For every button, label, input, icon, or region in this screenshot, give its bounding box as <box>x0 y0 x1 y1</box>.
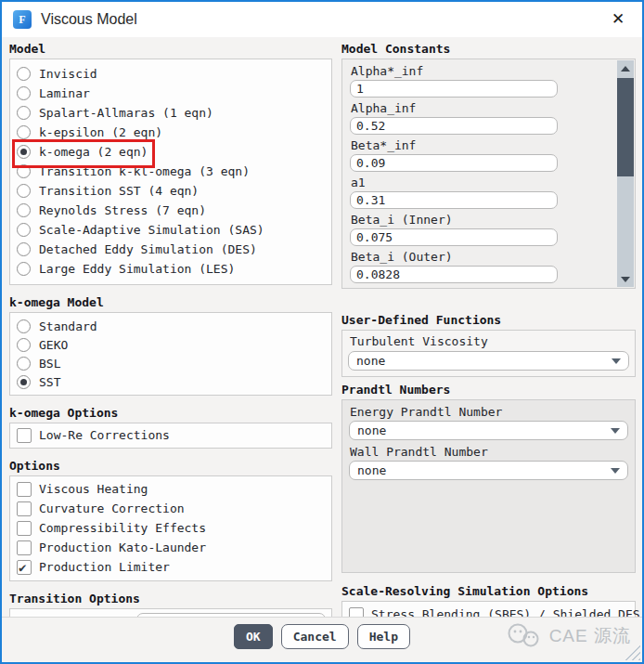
checkbox-icon <box>17 428 32 443</box>
scrollbar[interactable] <box>617 60 634 287</box>
chevron-down-icon <box>611 428 620 434</box>
help-button[interactable]: Help <box>357 624 410 649</box>
model-radio-option[interactable]: Transition SST (4 eqn) <box>10 181 331 201</box>
scrollbar-up-icon[interactable] <box>617 60 634 76</box>
checkbox-option[interactable]: Viscous Heating <box>10 479 331 499</box>
radio-label: Scale-Adaptive Simulation (SAS) <box>39 223 264 237</box>
checkbox-icon <box>349 607 364 618</box>
constant-input[interactable] <box>350 266 558 283</box>
checkbox-option[interactable]: Production Limiter <box>10 557 331 577</box>
prandtl-field: Energy Prandtl Number none <box>349 405 628 440</box>
ok-button[interactable]: OK <box>234 624 273 649</box>
radio-label: k-omega (2 eqn) <box>39 145 148 159</box>
constant-input[interactable] <box>350 154 558 172</box>
radio-icon <box>17 164 31 178</box>
transition-options-group: Transition Model none <box>9 608 332 617</box>
model-radio-option[interactable]: Spalart-Allmaras (1 eqn) <box>10 103 331 123</box>
left-column: Model Inviscid Laminar Spalar <box>9 39 332 617</box>
model-constants-panel: Alpha*_inf Alpha_inf Beta*_inf <box>341 59 636 289</box>
watermark-text: CAE 源流 <box>549 624 631 648</box>
options-group: Viscous Heating Curvature Correction Com… <box>9 475 332 581</box>
checkbox-icon <box>17 540 32 555</box>
radio-label: Spalart-Allmaras (1 eqn) <box>39 106 213 120</box>
constant-field: a1 <box>350 176 627 209</box>
transition-options-section-header: Transition Options <box>9 592 332 605</box>
radio-label: Inviscid <box>39 67 97 81</box>
udf-section-header: User-Defined Functions <box>341 313 636 327</box>
srs-panel: Stress Blending (SBES) / Shielded DES <box>341 601 636 617</box>
chevron-down-icon <box>612 358 621 364</box>
checkbox-option[interactable]: Curvature Correction <box>10 499 331 518</box>
constant-field: Alpha*_inf <box>350 64 627 98</box>
radio-label: Reynolds Stress (7 eqn) <box>39 203 206 217</box>
radio-icon <box>17 375 31 389</box>
radio-icon <box>17 357 31 371</box>
constant-label: Beta*_inf <box>351 138 627 152</box>
komega-radio-option[interactable]: Standard <box>10 317 331 335</box>
model-radio-option[interactable]: Laminar <box>10 84 331 103</box>
right-column: Model Constants Alpha*_inf Alpha_inf <box>341 39 636 617</box>
checkbox-icon <box>17 560 32 575</box>
radio-label: GEKO <box>39 338 68 352</box>
checkbox-label: Production Kato-Launder <box>39 540 206 554</box>
close-icon[interactable]: ✕ <box>605 7 631 33</box>
komega-radio-option[interactable]: BSL <box>10 354 331 372</box>
model-radio-option[interactable]: k-omega (2 eqn) <box>10 142 331 162</box>
checkbox-option[interactable]: Low-Re Corrections <box>10 425 331 445</box>
komega-model-radio-group: Standard GEKO BSL SST <box>9 312 332 396</box>
model-constants-fields: Alpha*_inf Alpha_inf Beta*_inf <box>350 64 627 283</box>
turbulent-viscosity-dropdown[interactable]: none <box>348 351 629 371</box>
checkbox-option[interactable]: Production Kato-Launder <box>10 538 331 557</box>
checkbox-icon <box>17 521 32 536</box>
constant-label: Beta_i (Inner) <box>351 213 627 227</box>
options-section-header: Options <box>9 459 332 473</box>
dialog-content: Model Inviscid Laminar Spalar <box>2 37 642 617</box>
radio-icon <box>17 184 31 198</box>
radio-icon <box>17 125 31 139</box>
radio-label: Transition k-kl-omega (3 eqn) <box>39 164 250 178</box>
checkbox-icon <box>17 482 32 497</box>
radio-label: Laminar <box>39 86 90 100</box>
prandtl-value: none <box>357 463 611 477</box>
radio-icon <box>17 106 31 120</box>
scrollbar-thumb[interactable] <box>617 78 634 176</box>
model-constants-section-header: Model Constants <box>341 42 636 56</box>
model-radio-option[interactable]: Inviscid <box>10 64 331 84</box>
constant-input[interactable] <box>350 228 558 246</box>
model-radio-option[interactable]: Large Eddy Simulation (LES) <box>10 259 331 279</box>
window-title: Viscous Model <box>41 11 137 28</box>
constant-input[interactable] <box>350 191 558 209</box>
model-radio-option[interactable]: Reynolds Stress (7 eqn) <box>10 201 331 220</box>
scrollbar-down-icon[interactable] <box>617 271 634 287</box>
cancel-button[interactable]: Cancel <box>281 624 349 649</box>
turbulent-viscosity-label: Turbulent Viscosity <box>350 334 629 348</box>
checkbox-option[interactable]: Stress Blending (SBES) / Shielded DES <box>342 605 635 617</box>
radio-icon <box>17 203 31 217</box>
constant-input[interactable] <box>350 117 558 135</box>
cae-watermark-logo-icon <box>505 621 544 651</box>
srs-section-header: Scale-Resolving Simulation Options <box>341 584 636 598</box>
model-radio-option[interactable]: Detached Eddy Simulation (DES) <box>10 240 331 259</box>
model-radio-option[interactable]: Scale-Adaptive Simulation (SAS) <box>10 220 331 240</box>
checkbox-label: Low-Re Corrections <box>39 428 170 442</box>
komega-options-group: Low-Re Corrections <box>9 423 332 449</box>
komega-radio-option[interactable]: GEKO <box>10 335 331 354</box>
transition-model-dropdown[interactable]: none <box>136 613 326 618</box>
constant-label: Beta_i (Outer) <box>351 250 627 264</box>
prandtl-label: Wall Prandtl Number <box>350 445 628 459</box>
constant-input[interactable] <box>350 80 558 98</box>
radio-label: Large Eddy Simulation (LES) <box>39 262 235 276</box>
radio-label: SST <box>39 375 60 389</box>
prandtl-dropdown[interactable]: none <box>349 421 628 440</box>
constant-field: Alpha_inf <box>350 101 627 135</box>
prandtl-dropdown[interactable]: none <box>349 461 628 480</box>
prandtl-label: Energy Prandtl Number <box>350 405 628 419</box>
radio-icon <box>17 242 31 256</box>
komega-radio-option[interactable]: SST <box>10 372 331 391</box>
model-radio-option[interactable]: k-epsilon (2 eqn) <box>10 123 331 142</box>
checkbox-option[interactable]: Compressibility Effects <box>10 518 331 538</box>
watermark: CAE 源流 <box>505 621 631 651</box>
checkbox-label: Compressibility Effects <box>39 521 206 535</box>
model-radio-option[interactable]: Transition k-kl-omega (3 eqn) <box>10 162 331 181</box>
radio-label: Standard <box>39 319 97 333</box>
